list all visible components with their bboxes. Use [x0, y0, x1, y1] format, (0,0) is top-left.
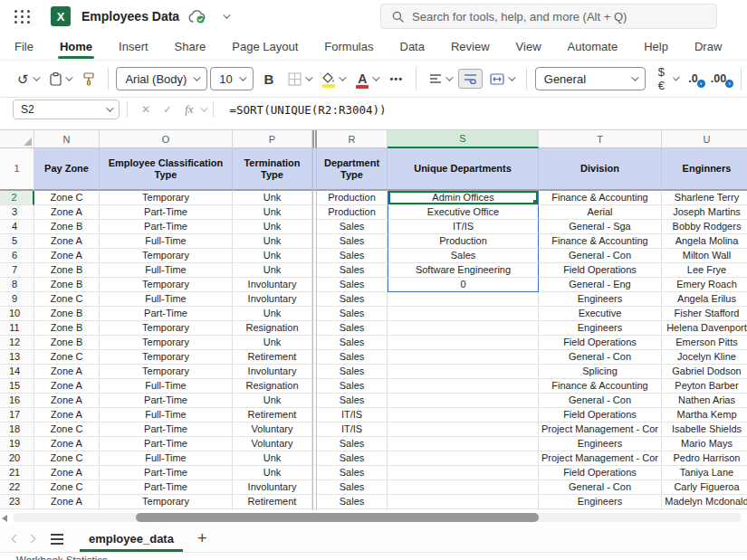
cell-R7[interactable]: Sales — [317, 263, 388, 278]
scroll-left-icon[interactable] — [2, 515, 7, 522]
cell-O12[interactable]: Temporary — [100, 336, 233, 350]
cell-P22[interactable]: Involuntary — [233, 480, 312, 495]
align-button[interactable] — [425, 70, 455, 88]
cell-T22[interactable]: General - Con — [539, 480, 662, 495]
menu-formulas[interactable]: Formulas — [324, 33, 373, 60]
cell-N20[interactable]: Zone C — [34, 451, 100, 466]
cell-S23[interactable] — [388, 495, 539, 509]
menu-draw[interactable]: Draw — [694, 33, 722, 60]
cell-S9[interactable] — [388, 292, 539, 307]
font-name-select[interactable]: Arial (Body) — [116, 67, 207, 90]
title-chevron-icon[interactable] — [223, 11, 230, 18]
cell-U15[interactable]: Peyton Barber — [662, 379, 747, 394]
row-header-19[interactable]: 19 — [0, 437, 34, 451]
increase-decimal-button[interactable]: .0‹ — [685, 69, 704, 89]
cell-O14[interactable]: Temporary — [100, 365, 233, 379]
cell-S4[interactable]: IT/IS — [388, 220, 539, 234]
cell-U9[interactable]: Angela Erilus — [662, 292, 747, 307]
column-header-S[interactable]: S — [388, 130, 539, 148]
cell-R6[interactable]: Sales — [317, 249, 388, 263]
row-header-15[interactable]: 15 — [0, 379, 34, 394]
cell-P3[interactable]: Unk — [233, 205, 312, 220]
menu-insert[interactable]: Insert — [119, 33, 148, 60]
cell-U14[interactable]: Gabriel Dodson — [662, 365, 747, 379]
document-title[interactable]: Employees Data — [81, 9, 179, 24]
font-size-select[interactable]: 10 — [210, 67, 254, 90]
column-header-N[interactable]: N — [34, 130, 100, 148]
enter-button[interactable]: ✓ — [157, 103, 178, 116]
cell-U11[interactable]: Helena Davenport — [662, 321, 747, 336]
row-header-9[interactable]: 9 — [0, 292, 34, 307]
cell-T15[interactable]: Finance & Accounting — [539, 379, 662, 394]
cell[interactable]: Division — [539, 148, 662, 191]
cell-O23[interactable]: Temporary — [100, 495, 233, 509]
cell-P2[interactable]: Unk — [233, 191, 312, 205]
cell-U3[interactable]: Joseph Martins — [662, 205, 747, 220]
cell-P18[interactable]: Voluntary — [233, 422, 312, 437]
column-header-P[interactable]: P — [233, 130, 312, 148]
cell-R18[interactable]: IT/IS — [317, 422, 388, 437]
row-header-17[interactable]: 17 — [0, 408, 34, 422]
add-sheet-button[interactable]: + — [192, 529, 213, 548]
cell-N16[interactable]: Zone A — [34, 394, 100, 408]
cell-U7[interactable]: Lee Frye — [662, 263, 747, 278]
row-header-18[interactable]: 18 — [0, 422, 34, 437]
cell-N12[interactable]: Zone B — [34, 336, 100, 350]
cell-O11[interactable]: Temporary — [100, 321, 233, 336]
cell-O3[interactable]: Part-Time — [100, 205, 233, 220]
cell[interactable]: Termination Type — [233, 148, 312, 191]
cell-R10[interactable]: Sales — [317, 307, 388, 321]
cell-T20[interactable]: Project Management - Cor — [539, 451, 662, 466]
cell-T17[interactable]: Field Operations — [539, 408, 662, 422]
cell[interactable]: Department Type — [317, 148, 388, 191]
wrap-text-button[interactable] — [458, 69, 483, 89]
cell-P12[interactable]: Unk — [233, 336, 312, 350]
cell-R2[interactable]: Production — [317, 191, 388, 205]
cell-P14[interactable]: Involuntary — [233, 365, 312, 379]
autosave-cloud-icon[interactable] — [188, 10, 206, 24]
cell-S21[interactable] — [388, 466, 539, 480]
sheet-tab-employee-data[interactable]: employee_data — [80, 526, 183, 552]
cell-N10[interactable]: Zone B — [34, 307, 100, 321]
cell-S12[interactable] — [388, 336, 539, 350]
cell-T5[interactable]: Finance & Accounting — [539, 234, 662, 249]
cancel-button[interactable]: ✕ — [135, 103, 157, 116]
row-header-4[interactable]: 4 — [0, 220, 34, 234]
insert-function-button[interactable]: fx — [178, 102, 199, 117]
cell-N2[interactable]: Zone C — [34, 191, 100, 205]
cell-R8[interactable]: Sales — [317, 278, 388, 292]
cell-U10[interactable]: Fisher Stafford — [662, 307, 747, 321]
cell-O5[interactable]: Full-Time — [100, 234, 233, 249]
cell-O4[interactable]: Part-Time — [100, 220, 233, 234]
menu-review[interactable]: Review — [451, 33, 490, 60]
cell-P7[interactable]: Unk — [233, 263, 312, 278]
cell-U4[interactable]: Bobby Rodgers — [662, 220, 747, 234]
cell-S7[interactable]: Software Engineering — [388, 263, 539, 278]
cell-S3[interactable]: Executive Office — [388, 205, 539, 220]
cell-T3[interactable]: Aerial — [539, 205, 662, 220]
cell-P11[interactable]: Resignation — [233, 321, 312, 336]
cell-S6[interactable]: Sales — [388, 249, 539, 263]
cell-U19[interactable]: Mario Mays — [662, 437, 747, 451]
cell-P15[interactable]: Resignation — [233, 379, 312, 394]
name-box[interactable]: S2 — [13, 100, 120, 119]
fill-color-button[interactable] — [318, 69, 349, 90]
cell-U6[interactable]: Milton Wall — [662, 249, 747, 263]
cell-O6[interactable]: Temporary — [100, 249, 233, 263]
row-header-16[interactable]: 16 — [0, 394, 34, 408]
menu-help[interactable]: Help — [644, 33, 668, 60]
cell-U17[interactable]: Martha Kemp — [662, 408, 747, 422]
cell-T7[interactable]: Field Operations — [539, 263, 662, 278]
menu-automate[interactable]: Automate — [568, 33, 618, 60]
select-all-corner[interactable] — [0, 130, 34, 148]
number-format-select[interactable]: General — [535, 67, 646, 90]
cell-R16[interactable]: Sales — [317, 394, 388, 408]
workbook-statistics-label[interactable]: Workbook Statistics — [16, 555, 108, 560]
cell-N23[interactable]: Zone A — [34, 495, 100, 509]
column-header-T[interactable]: T — [539, 130, 662, 148]
cell-T19[interactable]: Engineers — [539, 437, 662, 451]
currency-format-button[interactable]: $€ — [654, 62, 683, 96]
row-header-2[interactable]: 2 — [0, 191, 34, 205]
cell-N22[interactable]: Zone C — [34, 480, 100, 495]
cell-T16[interactable]: General - Con — [539, 394, 662, 408]
